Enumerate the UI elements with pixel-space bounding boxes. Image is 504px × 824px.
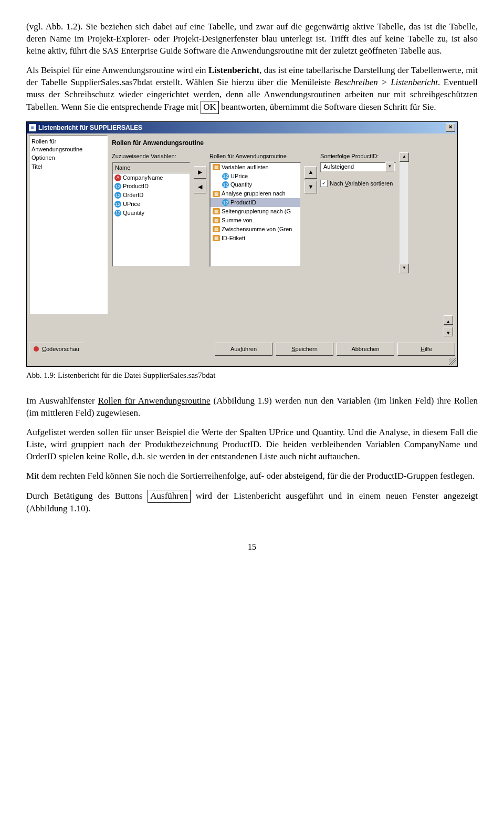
- scroll-down-icon[interactable]: ▼: [400, 264, 409, 273]
- roles-treeview[interactable]: ▦Variablen auflisten 12UPrice 12Quantity…: [209, 162, 301, 267]
- group-icon: ▦: [213, 208, 220, 214]
- label-roles: Rollen für Anwendungsroutine: [209, 152, 301, 160]
- nav-item-optionen[interactable]: Optionen: [30, 153, 106, 162]
- scroll-up-small[interactable]: ▴: [444, 315, 453, 325]
- window-sys-icon[interactable]: ≡: [29, 124, 36, 131]
- role-productid[interactable]: 12ProductID: [211, 198, 300, 207]
- role-pagegroup[interactable]: ▦Seitengruppierung nach (G: [211, 207, 300, 216]
- scroll-track[interactable]: [400, 162, 408, 264]
- group-icon: ▦: [213, 217, 220, 223]
- group-icon: ▦: [213, 164, 220, 170]
- term-listbericht: Listenbericht: [208, 65, 259, 75]
- window-title: Listenbericht für SUPPLIERSALES: [38, 123, 142, 132]
- window-titlebar[interactable]: ≡ Listenbericht für SUPPLIERSALES ✕: [27, 122, 457, 133]
- num-var-icon: 12: [114, 183, 121, 190]
- panel-heading: Rollen für Anwendungsroutine: [112, 139, 453, 147]
- sort-order-dropdown[interactable]: Aufsteigend ▼: [320, 162, 396, 172]
- text-run: Durch Betätigung des Buttons: [26, 491, 148, 501]
- label-assign-vars: Zuzuweisende Variablen:: [112, 152, 191, 160]
- nav-item-rollen[interactable]: Rollen für Anwendungsroutine: [30, 137, 106, 154]
- role-groupby[interactable]: ▦Analyse gruppieren nach: [211, 189, 300, 198]
- group-icon: ▦: [213, 226, 220, 232]
- nav-item-titel[interactable]: Titel: [30, 162, 106, 171]
- body-paragraph: Im Auswahlfenster Rollen für Anwendungsr…: [26, 395, 478, 419]
- remove-button[interactable]: ◀: [194, 181, 206, 193]
- resize-grip[interactable]: [27, 358, 457, 366]
- menu-path: Beschreiben > Listenbericht: [334, 77, 438, 87]
- listbox-header[interactable]: Name: [113, 163, 190, 173]
- num-var-icon: 12: [114, 201, 121, 208]
- figure-caption: Abb. 1.9: Listenbericht für die Datei Su…: [26, 370, 478, 380]
- role-quantity[interactable]: 12Quantity: [211, 180, 300, 189]
- code-preview-toggle[interactable]: Codevorschau: [29, 343, 84, 356]
- dropdown-value: Aufsteigend: [323, 163, 354, 171]
- add-button[interactable]: ▶: [194, 166, 206, 179]
- help-button[interactable]: Hilfe: [397, 343, 455, 356]
- scroll-up-icon[interactable]: ▲: [400, 152, 409, 162]
- num-var-icon: 12: [222, 199, 229, 206]
- group-icon: ▦: [213, 191, 220, 197]
- dialog-footer: Codevorschau Ausführen Speichern Abbrech…: [27, 341, 457, 358]
- save-button[interactable]: Speichern: [276, 343, 333, 356]
- num-var-icon: 12: [114, 192, 121, 199]
- body-paragraph: Aufgelistet werden sollen für unser Beis…: [26, 427, 478, 463]
- checkbox-icon[interactable]: ✓: [320, 180, 328, 187]
- role-sum[interactable]: ▦Summe von: [211, 216, 300, 225]
- num-var-icon: 12: [222, 181, 229, 188]
- main-panel: Rollen für Anwendungsroutine Zuzuweisend…: [110, 136, 455, 338]
- sort-by-vars-checkbox[interactable]: ✓ Nach Variablen sortieren: [320, 180, 396, 188]
- var-uprice[interactable]: 12UPrice: [113, 200, 190, 209]
- category-nav[interactable]: Rollen für Anwendungsroutine Optionen Ti…: [29, 136, 108, 314]
- label-sort: Sortierfolge ProductID:: [320, 152, 396, 160]
- text-var-icon: A: [114, 174, 121, 181]
- role-idlabel[interactable]: ▦ID-Etikett: [211, 234, 300, 243]
- underlined-term: Rollen für Anwendungsroutine: [98, 396, 211, 406]
- body-paragraph: Als Beispiel für eine Anwendungsroutine …: [26, 65, 478, 114]
- panel-scrollbar[interactable]: ▲ ▼: [400, 152, 408, 273]
- group-icon: ▦: [213, 235, 220, 241]
- var-orderid[interactable]: 12OrderID: [113, 191, 190, 200]
- grip-icon: [449, 358, 456, 365]
- ok-button-ref: OK: [201, 101, 219, 114]
- code-preview-icon: [34, 346, 39, 352]
- text-run: Als Beispiel für eine Anwendungsroutine …: [26, 65, 208, 75]
- dropdown-arrow-icon[interactable]: ▼: [385, 162, 394, 171]
- role-uprice[interactable]: 12UPrice: [211, 172, 300, 181]
- page-number: 15: [26, 541, 478, 553]
- ausfuehren-button-ref: Ausführen: [148, 490, 191, 503]
- text-run: Im Auswahlfenster: [26, 396, 98, 406]
- body-paragraph: Mit dem rechten Feld können Sie noch die…: [26, 470, 478, 482]
- role-subtotal[interactable]: ▦Zwischensumme von (Gren: [211, 225, 300, 234]
- move-down-button[interactable]: ▼: [304, 181, 317, 193]
- body-paragraph: (vgl. Abb. 1.2). Sie beziehen sich dabei…: [26, 21, 478, 57]
- close-button[interactable]: ✕: [446, 123, 455, 132]
- text-run: beantworten, übernimmt die Software dies…: [219, 102, 436, 112]
- var-quantity[interactable]: 12Quantity: [113, 209, 190, 218]
- num-var-icon: 12: [222, 173, 229, 180]
- cancel-button[interactable]: Abbrechen: [337, 343, 394, 356]
- move-up-button[interactable]: ▲: [304, 166, 317, 179]
- checkbox-label: Nach Variablen sortieren: [330, 180, 393, 188]
- code-preview-label: Codevorschau: [42, 345, 79, 353]
- run-button[interactable]: Ausführen: [215, 343, 272, 356]
- body-paragraph: Durch Betätigung des Buttons Ausführen w…: [26, 490, 478, 515]
- num-var-icon: 12: [114, 210, 121, 217]
- scroll-down-small[interactable]: ▾: [444, 327, 453, 336]
- listbericht-dialog: ≡ Listenbericht für SUPPLIERSALES ✕ Roll…: [26, 121, 458, 367]
- var-productid[interactable]: 12ProductID: [113, 182, 190, 191]
- var-companyname[interactable]: ACompanyName: [113, 173, 190, 182]
- role-list-vars[interactable]: ▦Variablen auflisten: [211, 163, 300, 172]
- variables-listbox[interactable]: Name ACompanyName 12ProductID 12OrderID …: [112, 162, 191, 267]
